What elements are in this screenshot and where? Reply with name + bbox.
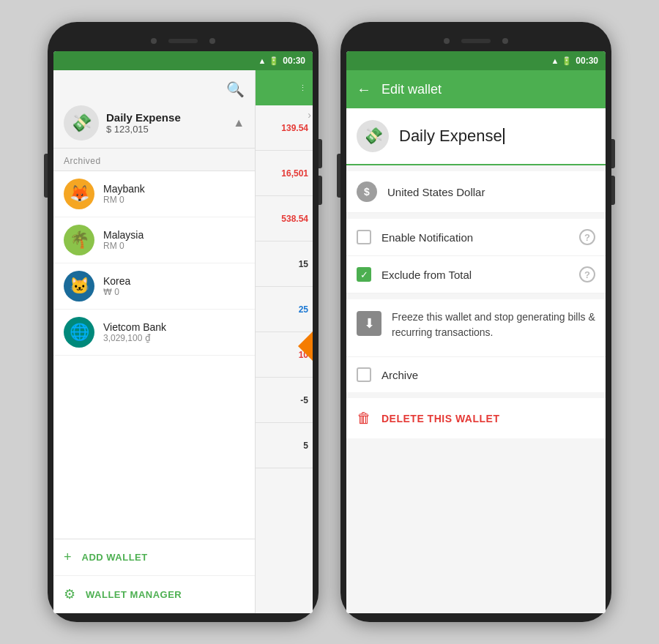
freeze-icon: ⬇	[357, 311, 381, 336]
wallet-list: 🦊 Maybank RM 0 🌴 Malaysia RM 0	[53, 171, 255, 539]
exclude-from-total-checkbox[interactable]: ✓	[357, 267, 371, 282]
peek-amount-3: 538.54	[281, 214, 308, 224]
right-battery-icon: 🔋	[562, 56, 572, 66]
peek-triangle	[298, 332, 313, 361]
archive-row[interactable]: Archive	[346, 356, 606, 392]
text-cursor	[503, 128, 505, 144]
enable-notification-help-icon[interactable]: ?	[579, 229, 595, 245]
add-wallet-icon: +	[64, 550, 72, 565]
exclude-from-total-row[interactable]: ✓ Exclude from Total ?	[346, 256, 606, 293]
korea-icon: 🐱	[64, 271, 94, 302]
peek-row-3: 538.54	[256, 196, 313, 242]
peek-content: ⋮ 139.54 16,501 538.54	[256, 70, 313, 613]
wallet-manager-action[interactable]: ⚙ WALLET MANAGER	[53, 576, 255, 613]
peek-amount-2: 16,501	[281, 168, 308, 179]
malaysia-balance: RM 0	[103, 241, 245, 251]
vietcom-icon: 🌐	[64, 317, 94, 348]
wallet-item-malaysia[interactable]: 🌴 Malaysia RM 0	[53, 217, 255, 263]
wallet-expand-icon[interactable]: ▲	[233, 116, 245, 130]
peek-amount-5: 25	[299, 304, 308, 315]
checkboxes-section: Enable Notification ? ✓ Exclude from Tot…	[346, 219, 606, 293]
freeze-text: Freeze this wallet and stop generating b…	[392, 310, 595, 340]
wallet-item-maybank[interactable]: 🦊 Maybank RM 0	[53, 171, 255, 217]
right-status-icons: ▲ 🔋	[551, 56, 572, 66]
currency-card: $ United States Dollar	[346, 171, 606, 213]
vol-up-button[interactable]	[319, 139, 322, 168]
archive-checkbox[interactable]	[357, 367, 371, 382]
maybank-name: Maybank	[103, 183, 245, 195]
wallet-balance: $ 123,015	[106, 124, 181, 135]
wifi-icon: ▲	[258, 56, 266, 65]
right-vol-down[interactable]	[611, 176, 615, 205]
wallet-item-vietcom[interactable]: 🌐 Vietcom Bank 3,029,100 ₫	[53, 310, 255, 356]
vietcom-info: Vietcom Bank 3,029,100 ₫	[103, 321, 245, 343]
delete-section[interactable]: 🗑 DELETE THIS WALLET	[346, 398, 606, 438]
camera-dot2	[209, 38, 215, 44]
wallet-manager-label: WALLET MANAGER	[86, 589, 182, 600]
exclude-from-total-label: Exclude from Total	[381, 269, 569, 281]
add-wallet-action[interactable]: + ADD WALLET	[53, 539, 255, 576]
malaysia-name: Malaysia	[103, 229, 245, 241]
edit-wallet-screen: ← Edit wallet 💸 Daily Expense	[346, 70, 606, 613]
edit-toolbar: ← Edit wallet	[346, 70, 606, 108]
right-panel-peek: ⋮ 139.54 16,501 538.54	[256, 70, 313, 613]
status-bar: ▲ 🔋 00:30	[53, 51, 313, 70]
name-row: 💸 Daily Expense	[346, 108, 606, 165]
enable-notification-label: Enable Notification	[381, 231, 569, 244]
toolbar-title: Edit wallet	[381, 82, 442, 97]
status-time: 00:30	[283, 56, 305, 66]
phone-top-bar	[53, 31, 313, 51]
maybank-balance: RM 0	[103, 195, 245, 205]
peek-row-2: 16,501	[256, 151, 313, 196]
wallet-name-display: Daily Expense	[399, 127, 502, 146]
right-phone-top-bar	[346, 31, 606, 51]
check-mark-icon: ✓	[360, 270, 368, 280]
wallet-name-input-wrapper[interactable]: Daily Expense	[399, 127, 595, 146]
right-screen: ▲ 🔋 00:30 ← Edit wallet 💸	[346, 51, 606, 613]
exclude-from-total-help-icon[interactable]: ?	[579, 266, 595, 282]
right-status-bar: ▲ 🔋 00:30	[346, 51, 606, 70]
right-speaker	[461, 39, 491, 43]
wallet-manager-icon: ⚙	[64, 586, 75, 602]
right-power-button[interactable]	[337, 154, 340, 198]
currency-label: United States Dollar	[387, 186, 485, 198]
malaysia-info: Malaysia RM 0	[103, 229, 245, 251]
right-status-time: 00:30	[576, 56, 598, 66]
wallet-name: Daily Expense	[106, 111, 181, 124]
archive-label: Archive	[381, 369, 595, 381]
korea-name: Korea	[103, 275, 245, 287]
name-card: 💸 Daily Expense	[346, 108, 606, 165]
vietcom-balance: 3,029,100 ₫	[103, 333, 245, 343]
right-camera-dot2	[502, 38, 508, 44]
archived-label: Archived	[53, 149, 255, 171]
peek-chevron-icon: ›	[308, 108, 311, 121]
peek-amount-1: 139.54	[281, 123, 308, 133]
search-row: 🔍	[64, 80, 245, 98]
korea-info: Korea ₩ 0	[103, 275, 245, 297]
enable-notification-row[interactable]: Enable Notification ?	[346, 219, 606, 256]
right-phone: ▲ 🔋 00:30 ← Edit wallet 💸	[340, 22, 611, 622]
wallet-info-row[interactable]: 💸 Daily Expense $ 123,015 ▲	[64, 105, 245, 141]
wallet-item-korea[interactable]: 🐱 Korea ₩ 0	[53, 263, 255, 310]
peek-row-7: -5	[256, 378, 313, 423]
vietcom-name: Vietcom Bank	[103, 321, 245, 333]
left-screen: ▲ 🔋 00:30 🔍 💸 Daily E	[53, 51, 313, 613]
camera-dot	[151, 38, 157, 44]
drawer-header: 🔍 💸 Daily Expense $ 123,015 ▲	[53, 70, 255, 149]
drawer-panel: 🔍 💸 Daily Expense $ 123,015 ▲ Ar	[53, 70, 256, 613]
enable-notification-checkbox[interactable]	[357, 230, 371, 244]
back-button[interactable]: ←	[357, 81, 371, 98]
drawer-bottom: + ADD WALLET ⚙ WALLET MANAGER	[53, 539, 255, 613]
maybank-icon: 🦊	[64, 179, 94, 209]
power-button[interactable]	[44, 154, 48, 198]
peek-rows: 139.54 16,501 538.54 15 2	[256, 105, 313, 468]
peek-amount-8: 5	[303, 441, 308, 451]
freeze-row[interactable]: ⬇ Freeze this wallet and stop generating…	[346, 299, 606, 351]
vol-down-button[interactable]	[319, 176, 322, 205]
edit-avatar[interactable]: 💸	[357, 120, 389, 152]
currency-row[interactable]: $ United States Dollar	[346, 171, 606, 213]
right-vol-up[interactable]	[611, 139, 615, 168]
peek-amount-4: 15	[299, 259, 308, 269]
search-icon[interactable]: 🔍	[226, 80, 245, 98]
maybank-info: Maybank RM 0	[103, 183, 245, 205]
